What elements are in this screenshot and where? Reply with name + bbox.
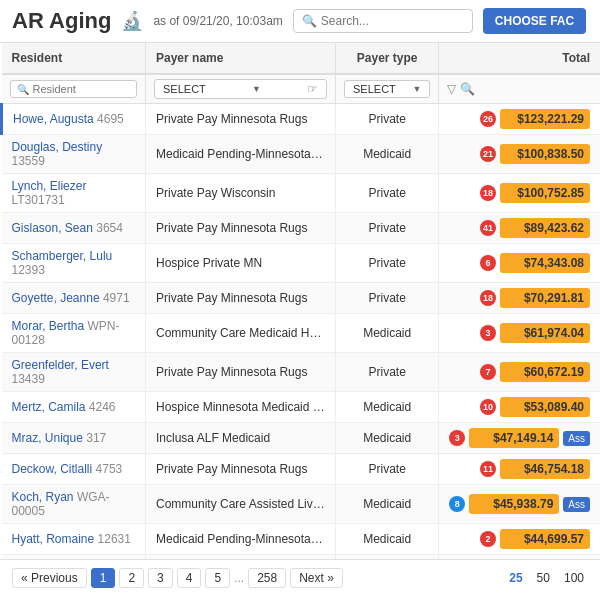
assist-button[interactable]: Ass xyxy=(563,497,590,512)
payer-type-select[interactable]: SELECT ▼ xyxy=(344,80,430,98)
page-5-button[interactable]: 5 xyxy=(205,568,230,588)
resident-cell: Greenfelder, Evert 13439 xyxy=(2,353,146,392)
table-header-row: Resident Payer name Payer type Total xyxy=(2,43,601,74)
badge: 10 xyxy=(480,399,496,415)
payer-type-cell: Medicaid xyxy=(336,485,439,524)
page-258-button[interactable]: 258 xyxy=(248,568,286,588)
page-3-button[interactable]: 3 xyxy=(148,568,173,588)
choose-fac-button[interactable]: CHOOSE FAC xyxy=(483,8,586,34)
total-cell-wrapper: 41 $89,423.62 xyxy=(439,213,600,244)
resident-name[interactable]: Schamberger, Lulu 12393 xyxy=(12,249,113,277)
page-1-button[interactable]: 1 xyxy=(91,568,116,588)
payer-name-select[interactable]: SELECT ▼ ☞ xyxy=(154,79,327,99)
table-row: Koch, Ryan WGA-00005Community Care Assis… xyxy=(2,485,601,524)
assist-button[interactable]: Ass xyxy=(563,431,590,446)
table-row: Schamberger, Lulu 12393Hospice Private M… xyxy=(2,244,601,283)
payer-type-filter-cell[interactable]: SELECT ▼ xyxy=(336,74,439,104)
page-nav: « Previous 1 2 3 4 5 ... 258 Next » xyxy=(12,568,343,588)
table-row: Hyatt, Romaine 12631Medicaid Pending-Min… xyxy=(2,524,601,555)
chevron-down-icon: ▼ xyxy=(252,84,261,94)
per-page-selector: 25 50 100 xyxy=(505,569,588,587)
payer-type-cell: Medicaid xyxy=(336,135,439,174)
resident-name[interactable]: Mertz, Camila 4246 xyxy=(12,400,116,414)
col-header-total: Total xyxy=(439,43,600,74)
resident-cell: Koch, Ryan WGA-00005 xyxy=(2,485,146,524)
prev-page-button[interactable]: « Previous xyxy=(12,568,87,588)
table-row: Mertz, Camila 4246Hospice Minnesota Medi… xyxy=(2,392,601,423)
payer-name-cell: Private Pay Minnesota Rugs xyxy=(146,454,336,485)
resident-name[interactable]: Greenfelder, Evert 13439 xyxy=(12,358,109,386)
page-2-button[interactable]: 2 xyxy=(119,568,144,588)
resident-cell: Howe, Augusta 4695 xyxy=(2,104,146,135)
payer-name-cell: Private Pay Minnesota Rugs xyxy=(146,213,336,244)
badge: 7 xyxy=(480,364,496,380)
per-page-50[interactable]: 50 xyxy=(533,569,554,587)
payer-type-cell: Medicaid xyxy=(336,392,439,423)
total-filter-cell: ▽ 🔍 xyxy=(439,74,600,104)
total-cell-wrapper: 3 $47,149.14 Ass xyxy=(439,423,600,454)
total-amount: $53,089.40 xyxy=(500,397,590,417)
total-cell-wrapper: 26 $123,221.29 xyxy=(439,104,600,135)
resident-cell: Gislason, Sean 3654 xyxy=(2,213,146,244)
resident-name[interactable]: Howe, Augusta 4695 xyxy=(13,112,124,126)
resident-filter-input[interactable] xyxy=(33,83,131,95)
payer-type-cell: Medicaid xyxy=(336,524,439,555)
ar-aging-table: Resident Payer name Payer type Total 🔍 xyxy=(0,43,600,559)
total-amount: $44,699.57 xyxy=(500,529,590,549)
resident-cell: Goyette, Jeanne 4971 xyxy=(2,283,146,314)
payer-type-cell: Private xyxy=(336,104,439,135)
table-row: Goyette, Jeanne 4971Private Pay Minnesot… xyxy=(2,283,601,314)
badge: 3 xyxy=(449,430,465,446)
per-page-25[interactable]: 25 xyxy=(505,569,526,587)
next-page-button[interactable]: Next » xyxy=(290,568,343,588)
payer-name-cell: Private Pay Minnesota Rugs xyxy=(146,283,336,314)
payer-type-cell: Medicaid xyxy=(336,423,439,454)
table-row: Gislason, Sean 3654Private Pay Minnesota… xyxy=(2,213,601,244)
per-page-100[interactable]: 100 xyxy=(560,569,588,587)
table-row: Deckow, Citlalli 4753Private Pay Minneso… xyxy=(2,454,601,485)
badge: 6 xyxy=(480,255,496,271)
badge: 3 xyxy=(480,325,496,341)
search-icon-small: 🔍 xyxy=(17,84,29,95)
payer-type-cell: Private xyxy=(336,213,439,244)
payer-name-filter-cell[interactable]: SELECT ▼ ☞ xyxy=(146,74,336,104)
table-row: Morar, Bertha WPN-00128Community Care Me… xyxy=(2,314,601,353)
search-icon-total[interactable]: 🔍 xyxy=(460,82,475,96)
total-amount: $45,938.79 xyxy=(469,494,559,514)
table-row: Douglas, Destiny 13559Medicaid Pending-M… xyxy=(2,135,601,174)
filter-icon[interactable]: ▽ xyxy=(447,82,456,96)
total-amount: $46,754.18 xyxy=(500,459,590,479)
payer-name-cell: Private Pay Minnesota Rugs xyxy=(146,353,336,392)
payer-name-cell: Hospice Minnesota Medicaid (70 xyxy=(146,392,336,423)
resident-cell: Douglas, Destiny 13559 xyxy=(2,135,146,174)
resident-cell: Lynch, Eliezer LT301731 xyxy=(2,174,146,213)
pagination-bar: « Previous 1 2 3 4 5 ... 258 Next » 25 5… xyxy=(0,559,600,595)
total-amount: $60,672.19 xyxy=(500,362,590,382)
total-cell-wrapper: 6 $74,343.08 xyxy=(439,244,600,283)
resident-name[interactable]: Goyette, Jeanne 4971 xyxy=(12,291,130,305)
resident-name[interactable]: Mraz, Unique 317 xyxy=(12,431,107,445)
payer-type-cell: Private xyxy=(336,454,439,485)
resident-name[interactable]: Lynch, Eliezer LT301731 xyxy=(12,179,87,207)
total-cell-wrapper: 18 $70,291.81 xyxy=(439,283,600,314)
badge: 11 xyxy=(480,461,496,477)
global-search-input[interactable] xyxy=(321,14,464,28)
badge: 2 xyxy=(480,531,496,547)
resident-name[interactable]: Gislason, Sean 3654 xyxy=(12,221,123,235)
global-search-box[interactable]: 🔍 xyxy=(293,9,473,33)
resident-cell: Deckow, Citlalli 4753 xyxy=(2,454,146,485)
resident-name[interactable]: Douglas, Destiny 13559 xyxy=(12,140,103,168)
resident-name[interactable]: Deckow, Citlalli 4753 xyxy=(12,462,123,476)
payer-name-cell: Community Care Assisted Living xyxy=(146,485,336,524)
resident-filter-cell[interactable]: 🔍 xyxy=(2,74,146,104)
total-cell-wrapper: 8 $45,938.79 Ass xyxy=(439,485,600,524)
resident-name[interactable]: Koch, Ryan WGA-00005 xyxy=(12,490,110,518)
resident-name[interactable]: Morar, Bertha WPN-00128 xyxy=(12,319,120,347)
resident-name[interactable]: Hyatt, Romaine 12631 xyxy=(12,532,131,546)
table-row: Greenfelder, Evert 13439Private Pay Minn… xyxy=(2,353,601,392)
total-cell-wrapper: 7 $60,672.19 xyxy=(439,353,600,392)
header-date: as of 09/21/20, 10:03am xyxy=(153,14,282,28)
page-4-button[interactable]: 4 xyxy=(177,568,202,588)
total-amount: $100,838.50 xyxy=(500,144,590,164)
total-cell-wrapper: 3 $61,974.04 xyxy=(439,314,600,353)
